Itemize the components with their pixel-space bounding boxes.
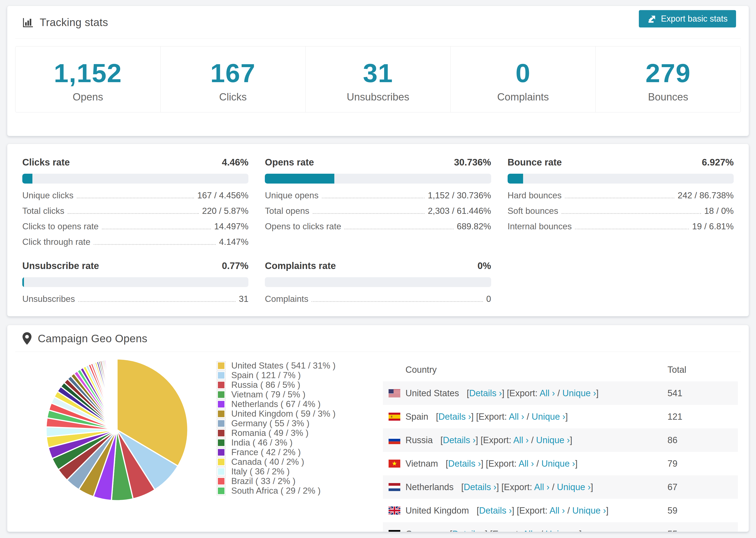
metric-row: Internal bounces19 / 6.81% xyxy=(508,222,734,237)
legend-item-de: Germany ( 55 / 3% ) xyxy=(217,418,336,428)
dotted-leader xyxy=(313,213,425,214)
rate-progress-bar xyxy=(265,174,491,184)
pie-slice[interactable] xyxy=(117,359,117,430)
metric-label: Opens to clicks rate xyxy=(265,222,341,232)
country-name: Netherlands xyxy=(405,482,456,492)
metric-value: 242 / 86.738% xyxy=(677,190,734,200)
rate-value: 0.77% xyxy=(222,260,248,271)
legend-swatch xyxy=(217,486,226,495)
table-row-de: Germany [Details ›] [Export: All › / Uni… xyxy=(383,522,738,532)
country-cell: United Kingdom [Details ›] [Export: All … xyxy=(383,506,668,516)
legend-swatch xyxy=(217,448,226,457)
export-icon xyxy=(647,14,657,24)
rate-metrics: Complaints0 xyxy=(265,294,491,310)
table-header-row: Country Total xyxy=(383,358,738,381)
rate-head: Unsubscribe rate0.77% xyxy=(22,260,248,271)
flag-nl-icon xyxy=(389,483,400,491)
rate-metrics: Hard bounces242 / 86.738%Soft bounces18 … xyxy=(508,190,734,237)
country-name: United States xyxy=(405,388,461,398)
export-unique-link[interactable]: Unique › xyxy=(545,529,579,532)
rate-head: Complaints rate0% xyxy=(265,260,491,271)
stat-label: Opens xyxy=(16,91,160,103)
metric-label: Unique opens xyxy=(265,190,318,200)
dotted-leader xyxy=(562,213,701,214)
rates-grid: Clicks rate4.46%Unique clicks167 / 4.456… xyxy=(7,144,749,310)
export-unique-link[interactable]: Unique › xyxy=(557,482,591,492)
dotted-leader xyxy=(68,213,199,214)
details-link[interactable]: Details › xyxy=(469,388,502,398)
export-unique-link[interactable]: Unique › xyxy=(531,412,566,422)
country-total: 86 xyxy=(668,435,738,445)
dotted-leader xyxy=(78,301,236,302)
rate-block-clicks-rate: Clicks rate4.46%Unique clicks167 / 4.456… xyxy=(22,157,248,252)
legend-swatch xyxy=(217,371,226,380)
metric-row: Complaints0 xyxy=(265,294,491,310)
stat-value: 0 xyxy=(451,60,595,86)
details-link[interactable]: Details › xyxy=(448,459,481,468)
export-unique-link[interactable]: Unique › xyxy=(562,388,596,398)
country-cell: Germany [Details ›] [Export: All › / Uni… xyxy=(383,529,668,532)
details-link[interactable]: Details › xyxy=(438,412,471,422)
total-column-header: Total xyxy=(668,365,738,375)
country-links: [Details ›] [Export: All › / Unique ›] xyxy=(477,506,609,516)
details-link[interactable]: Details › xyxy=(464,482,496,492)
legend-swatch xyxy=(217,381,226,389)
export-all-link[interactable]: All › xyxy=(540,388,555,398)
rate-block-unsubscribe-rate: Unsubscribe rate0.77%Unsubscribes31 xyxy=(22,260,248,310)
country-links: [Details ›] [Export: All › / Unique ›] xyxy=(436,412,568,422)
metric-label: Complaints xyxy=(265,294,308,304)
export-unique-link[interactable]: Unique › xyxy=(536,435,570,445)
stat-value: 279 xyxy=(596,60,740,86)
export-unique-link[interactable]: Unique › xyxy=(541,459,575,468)
rate-progress-fill xyxy=(508,174,523,184)
stat-label: Complaints xyxy=(451,91,595,103)
rate-progress-bar xyxy=(508,174,734,184)
country-total: 541 xyxy=(668,388,738,398)
country-links: [Details ›] [Export: All › / Unique ›] xyxy=(467,388,599,398)
flag-vn-icon xyxy=(389,459,400,467)
metric-value: 167 / 4.456% xyxy=(197,190,248,200)
tracking-stats-card: Tracking stats Export basic stats 1,152O… xyxy=(7,6,749,136)
rate-progress-bar xyxy=(22,174,248,184)
legend-swatch xyxy=(217,438,226,447)
export-all-link[interactable]: All › xyxy=(534,482,549,492)
metric-value: 0 xyxy=(486,294,491,304)
dotted-leader xyxy=(322,198,424,198)
metric-value: 2,303 / 61.446% xyxy=(428,206,491,216)
country-cell: Spain [Details ›] [Export: All › / Uniqu… xyxy=(383,412,668,422)
stat-label: Unsubscribes xyxy=(306,91,451,103)
export-all-link[interactable]: All › xyxy=(523,529,538,532)
metric-label: Unique clicks xyxy=(22,190,74,200)
rate-metrics: Unsubscribes31 xyxy=(22,294,248,310)
metric-row: Click through rate4.147% xyxy=(22,237,248,252)
export-button-label: Export basic stats xyxy=(661,14,728,24)
details-link[interactable]: Details › xyxy=(479,506,512,515)
metric-value: 31 xyxy=(239,294,248,304)
country-total: 67 xyxy=(668,482,738,492)
rate-title: Complaints rate xyxy=(265,260,336,271)
export-basic-stats-button[interactable]: Export basic stats xyxy=(639,10,736,27)
geo-header: Campaign Geo Opens xyxy=(15,325,741,352)
country-name: United Kingdom xyxy=(405,506,471,516)
details-link[interactable]: Details › xyxy=(452,529,485,532)
country-links: [Details ›] [Export: All › / Unique ›] xyxy=(446,459,577,469)
rate-title: Opens rate xyxy=(265,157,314,168)
details-link[interactable]: Details › xyxy=(443,435,475,445)
metric-value: 14.497% xyxy=(214,222,248,232)
legend-label: India ( 46 / 3% ) xyxy=(231,438,293,448)
pie-legend: United States ( 541 / 31% )Spain ( 121 /… xyxy=(217,361,336,496)
export-all-link[interactable]: All › xyxy=(519,459,534,468)
legend-label: Russia ( 86 / 5% ) xyxy=(231,380,300,390)
export-all-link[interactable]: All › xyxy=(509,412,524,422)
legend-item-it: Italy ( 36 / 2% ) xyxy=(217,467,336,476)
export-unique-link[interactable]: Unique › xyxy=(572,506,606,515)
geo-opens-pie-chart[interactable] xyxy=(44,357,190,503)
metric-label: Internal bounces xyxy=(508,222,572,232)
rate-value: 4.46% xyxy=(222,157,248,168)
legend-swatch xyxy=(217,390,226,399)
metric-value: 220 / 5.87% xyxy=(202,206,248,216)
metric-row: Soft bounces18 / 0% xyxy=(508,206,734,222)
legend-item-ro: Romania ( 49 / 3% ) xyxy=(217,428,336,438)
export-all-link[interactable]: All › xyxy=(549,506,565,515)
export-all-link[interactable]: All › xyxy=(513,435,528,445)
